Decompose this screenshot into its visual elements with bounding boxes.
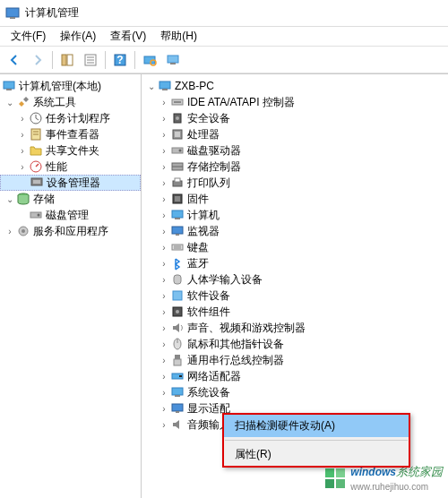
device-category-sound[interactable]: ›声音、视频和游戏控制器 (142, 320, 448, 336)
device-category-bluetooth[interactable]: ›蓝牙 (142, 255, 448, 271)
tree-label: 磁盘管理 (46, 208, 89, 223)
collapse-icon[interactable]: ⌄ (145, 80, 158, 92)
scan-hardware-button[interactable] (139, 49, 160, 71)
device-category-usb[interactable]: ›通用串行总线控制器 (142, 352, 448, 368)
device-category-cpu[interactable]: ›处理器 (142, 126, 448, 142)
back-button[interactable] (4, 49, 25, 71)
expand-icon[interactable]: › (158, 96, 170, 108)
expand-icon[interactable]: › (158, 402, 170, 415)
device-category-sysdevices[interactable]: ›系统设备 (142, 384, 448, 400)
device-category-ide[interactable]: ›IDE ATA/ATAPI 控制器 (142, 94, 448, 110)
device-category-printqueue[interactable]: ›打印队列 (142, 175, 448, 191)
help-button[interactable]: ? (109, 49, 131, 71)
ctx-scan-hardware[interactable]: 扫描检测硬件改动(A) (224, 415, 409, 437)
expand-icon[interactable]: › (158, 144, 170, 157)
tree-disk-management[interactable]: 磁盘管理 (0, 207, 141, 223)
svg-rect-67 (325, 479, 334, 488)
tree-system-tools[interactable]: ⌄ 系统工具 (0, 94, 141, 110)
device-category-computer[interactable]: ›计算机 (142, 207, 448, 223)
expand-icon[interactable]: › (158, 418, 170, 431)
device-category-hid[interactable]: ›人体学输入设备 (142, 271, 448, 288)
collapse-icon[interactable]: ⌄ (4, 96, 16, 108)
device-category-label: 软件组件 (187, 305, 230, 320)
svg-rect-41 (175, 178, 180, 182)
svg-rect-60 (179, 375, 182, 377)
cpu-icon (170, 127, 185, 142)
collapse-icon[interactable]: ⌄ (4, 193, 16, 205)
expand-icon[interactable]: › (158, 257, 170, 270)
expand-icon[interactable]: › (158, 354, 170, 366)
expand-icon[interactable]: › (16, 112, 29, 124)
device-category-mouse[interactable]: ›鼠标和其他指针设备 (142, 336, 448, 352)
device-category-label: 固件 (187, 192, 209, 207)
svg-point-33 (176, 116, 179, 120)
svg-rect-57 (175, 355, 180, 359)
tree-task-scheduler[interactable]: › 任务计划程序 (0, 110, 141, 126)
menu-file[interactable]: 文件(F) (4, 27, 53, 46)
watermark: windows系统家园 www.ruhejihuo.com (323, 464, 443, 493)
device-category-netadapter[interactable]: ›网络适配器 (142, 368, 448, 384)
expand-icon[interactable]: › (158, 289, 170, 302)
tree-services-apps[interactable]: › 服务和应用程序 (0, 223, 141, 239)
expand-icon[interactable]: › (4, 225, 16, 237)
device-category-firmware[interactable]: ›固件 (142, 191, 448, 207)
expand-icon[interactable]: › (158, 160, 170, 173)
watermark-main: windows (350, 466, 396, 478)
expand-icon[interactable]: › (158, 225, 170, 237)
svg-rect-65 (325, 468, 334, 477)
tree-device-manager[interactable]: 设备管理器 (0, 175, 141, 191)
expand-icon[interactable]: › (158, 193, 170, 205)
tree-performance[interactable]: › 性能 (0, 159, 141, 175)
expand-icon[interactable]: › (16, 144, 29, 157)
firmware-icon (170, 192, 185, 206)
device-category-label: IDE ATA/ATAPI 控制器 (187, 95, 295, 110)
expand-icon[interactable]: › (158, 338, 170, 350)
show-hide-button[interactable] (56, 49, 78, 71)
expand-icon[interactable]: › (158, 273, 170, 286)
expand-icon[interactable]: › (158, 112, 170, 124)
device-category-label: 打印队列 (187, 176, 230, 191)
device-category-storagectrl[interactable]: ›存储控制器 (142, 159, 448, 175)
display-icon (170, 401, 185, 416)
ctx-properties[interactable]: 属性(R) (224, 443, 409, 466)
forward-button[interactable] (27, 49, 48, 71)
svg-rect-28 (159, 82, 170, 89)
ctx-separator (225, 440, 408, 441)
device-category-monitor[interactable]: ›监视器 (142, 223, 448, 239)
expand-icon[interactable]: › (158, 370, 170, 382)
device-category-label: 人体学输入设备 (187, 272, 263, 288)
tree-event-viewer[interactable]: › 事件查看器 (0, 126, 141, 142)
services-icon (16, 224, 30, 238)
tree-storage[interactable]: ⌄ 存储 (0, 191, 141, 207)
expand-icon[interactable]: › (158, 241, 170, 253)
menu-view[interactable]: 查看(V) (103, 27, 153, 46)
menu-help[interactable]: 帮助(H) (153, 27, 204, 46)
devices-button[interactable] (162, 49, 184, 71)
svg-rect-46 (172, 227, 183, 234)
expand-icon[interactable]: › (16, 160, 29, 173)
tree-root-computer-management[interactable]: 计算机管理(本地) (0, 78, 141, 94)
expand-icon[interactable]: › (158, 322, 170, 334)
expand-icon[interactable]: › (158, 386, 170, 399)
svg-rect-13 (170, 63, 176, 64)
expand-icon[interactable]: › (158, 176, 170, 189)
keyboard-icon (170, 240, 185, 254)
properties-button[interactable] (80, 49, 101, 71)
disk-icon (29, 208, 43, 222)
expand-icon[interactable]: › (158, 209, 170, 221)
computer-icon (170, 208, 185, 222)
device-category-swcomp[interactable]: ›软件组件 (142, 304, 448, 320)
expand-icon[interactable]: › (158, 128, 170, 141)
expand-icon[interactable]: › (158, 305, 170, 318)
menu-action[interactable]: 操作(A) (53, 27, 103, 46)
device-category-software[interactable]: ›软件设备 (142, 288, 448, 304)
device-category-keyboard[interactable]: ›键盘 (142, 239, 448, 255)
device-category-label: 监视器 (187, 224, 220, 239)
expand-icon[interactable]: › (16, 128, 29, 141)
device-category-security[interactable]: ›安全设备 (142, 110, 448, 126)
tree-label: 设备管理器 (47, 176, 100, 191)
device-category-diskdrive[interactable]: ›磁盘驱动器 (142, 142, 448, 159)
device-root[interactable]: ⌄ ZXB-PC (142, 78, 448, 94)
svg-rect-47 (176, 234, 179, 236)
tree-shared-folders[interactable]: › 共享文件夹 (0, 142, 141, 159)
